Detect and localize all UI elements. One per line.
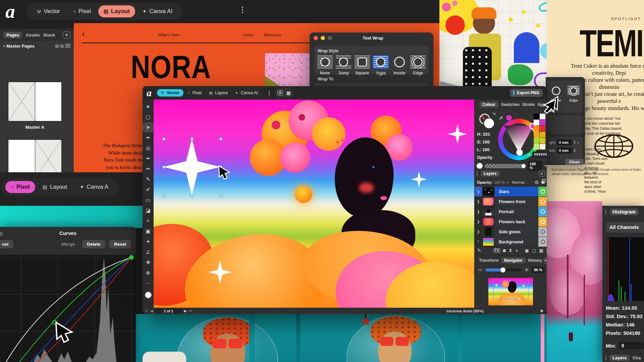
wrap-style-jump[interactable]: Jump xyxy=(334,56,353,75)
gear-icon[interactable]: ⚙ xyxy=(534,180,539,185)
delete-page-icon[interactable]: ⌧ xyxy=(65,43,70,49)
zoom-slider[interactable] xyxy=(485,268,522,272)
swatch[interactable] xyxy=(540,138,545,143)
delete-layer-icon[interactable]: ⌧ xyxy=(546,248,547,253)
zoom-value[interactable]: 86 % xyxy=(532,267,545,273)
swatch[interactable] xyxy=(534,138,539,143)
grid-view-icon[interactable]: ▦ xyxy=(286,90,290,96)
tool-more[interactable]: ⋯ xyxy=(143,279,154,288)
layer-row-flowers-back[interactable]: ❯ Flowers back xyxy=(475,217,547,227)
swatch[interactable] xyxy=(534,114,539,119)
layer-row-portrait[interactable]: ❯ Portrait xyxy=(475,207,547,217)
navigator-viewport[interactable] xyxy=(493,280,529,299)
channel-select[interactable]: All Channels xyxy=(606,222,644,233)
tab-channels[interactable]: Cha xyxy=(633,355,641,360)
tool-transform[interactable]: ▢ xyxy=(143,113,154,121)
overflow-menu-icon[interactable]: ⋮ xyxy=(239,5,246,14)
visibility-toggle[interactable] xyxy=(538,187,547,196)
opacity-slider-knob[interactable] xyxy=(521,163,526,169)
tool-pen[interactable]: ✒ xyxy=(143,154,154,163)
page-indicator[interactable]: 1 of 1 xyxy=(155,309,182,313)
tool-star[interactable]: ✦ xyxy=(143,237,154,246)
tool-rectangle[interactable]: ▭ xyxy=(143,196,154,204)
tool-measure[interactable]: ∠ xyxy=(143,248,154,256)
swatch[interactable] xyxy=(534,120,539,125)
opacity-swatch[interactable] xyxy=(477,163,483,169)
tab-pixel[interactable]: ◔Pixel xyxy=(184,89,205,97)
tool-mesh-warp[interactable]: ⌗ xyxy=(143,217,154,225)
visibility-toggle[interactable] xyxy=(538,207,547,217)
reset-button[interactable]: Reset xyxy=(109,240,131,248)
favorite-icon[interactable]: ✱ xyxy=(540,309,543,313)
adjustment-layer-icon[interactable]: ⧗ xyxy=(509,248,512,253)
curves-graph[interactable] xyxy=(0,255,136,362)
sl-selector[interactable] xyxy=(516,149,523,156)
tab-colour[interactable]: Colour xyxy=(479,102,498,108)
expand-chevron-icon[interactable]: ❯ xyxy=(475,197,482,206)
visibility-toggle[interactable] xyxy=(538,227,547,237)
tool-shape[interactable]: ◪ xyxy=(143,206,154,215)
tab-stock[interactable]: Stock xyxy=(43,33,55,38)
master-a-spread[interactable] xyxy=(8,82,62,121)
tab-layers[interactable]: Layers xyxy=(609,355,630,361)
tab-pages[interactable]: Pages xyxy=(3,32,22,38)
panel-chevron-icon[interactable]: ∨ xyxy=(63,32,70,39)
chevron-down-icon[interactable]: ▼ xyxy=(544,164,547,168)
tool-pencil[interactable]: ✏ xyxy=(143,165,154,173)
last-page-icon[interactable]: ⇥ xyxy=(189,309,192,313)
layer-opacity-value[interactable]: 100 % xyxy=(494,180,505,184)
pattern-layer-icon[interactable]: ▦ xyxy=(539,248,543,253)
duplicate-page-icon[interactable]: ⧉ xyxy=(60,43,64,49)
edit-mask-icon[interactable]: ✎ xyxy=(477,248,481,253)
ai-select-icon[interactable]: A xyxy=(277,90,283,96)
tab-canva-ai[interactable]: ✦Canva A xyxy=(74,181,114,193)
merge-button[interactable]: Merge xyxy=(58,240,78,248)
swatch[interactable] xyxy=(534,126,539,131)
preset-button[interactable]: set xyxy=(0,240,13,248)
visibility-toggle[interactable] xyxy=(538,197,547,206)
swatch[interactable] xyxy=(540,120,545,125)
tool-hand[interactable]: ✥ xyxy=(143,258,154,267)
visibility-toggle[interactable] xyxy=(538,237,547,247)
swap-colors-icon[interactable]: ↷ xyxy=(492,112,496,117)
expand-chevron-icon[interactable]: ❯ xyxy=(475,207,482,217)
wrap-style-edge[interactable]: Edge xyxy=(565,86,582,102)
zoom-in-button[interactable]: + xyxy=(524,267,529,273)
stepper-icon[interactable]: ▲▼ xyxy=(573,148,576,153)
tool-select[interactable]: ➤ xyxy=(143,102,154,111)
minimize-window-icon[interactable] xyxy=(321,36,325,40)
tab-history[interactable]: History xyxy=(528,258,542,263)
panel-chevron-icon[interactable]: ∨ xyxy=(539,171,545,177)
tab-layout[interactable]: ▤Layout xyxy=(98,5,135,17)
zoom-window-icon[interactable] xyxy=(328,36,332,40)
zoom-out-button[interactable]: − xyxy=(477,267,483,273)
wrap-style-square[interactable]: Square xyxy=(353,56,372,75)
layer-row-background[interactable]: ⠿ Background xyxy=(475,237,547,247)
link-dimensions-icon[interactable]: ⌁ xyxy=(577,140,580,145)
tool-zoom[interactable]: ⊕ xyxy=(143,268,154,277)
tab-pixel[interactable]: ◔Pixel xyxy=(5,181,35,193)
expand-chevron-icon[interactable]: ❯ xyxy=(475,227,482,237)
layer-row-side-glows[interactable]: ❯ Side glows xyxy=(475,227,547,237)
tab-vector[interactable]: ΨVector xyxy=(157,89,183,97)
swatch[interactable] xyxy=(540,144,545,149)
tool-node[interactable]: ✒ xyxy=(143,133,154,142)
tab-transform[interactable]: Transform xyxy=(479,258,499,263)
new-image-icon[interactable]: ▣ xyxy=(525,248,529,253)
distance-bottom-value[interactable]: 4 mm xyxy=(557,147,572,154)
expand-chevron-icon[interactable]: ❯ xyxy=(475,187,482,196)
lock-icon[interactable] xyxy=(541,181,545,184)
layer-row-stars[interactable]: ❯ Stars xyxy=(475,187,547,197)
tool-paint-brush[interactable]: ✐ xyxy=(143,185,154,194)
wrap-style-tight[interactable]: Tight xyxy=(372,55,390,76)
wrap-style-inside[interactable]: Inside xyxy=(390,56,409,75)
tab-stroke[interactable]: Stroke xyxy=(522,102,535,107)
close-button[interactable]: Close xyxy=(565,159,584,165)
close-window-icon[interactable] xyxy=(314,36,318,40)
tab-vector[interactable]: ΨVector xyxy=(32,5,65,17)
blend-stepper-icon[interactable]: ↕ xyxy=(526,181,528,184)
wrap-style-edge[interactable]: Edge xyxy=(409,56,428,75)
prev-page-icon[interactable]: ◀ xyxy=(150,309,153,313)
zoom-slider-knob[interactable] xyxy=(500,267,505,273)
mask-layer-icon[interactable]: ◙ xyxy=(503,248,506,253)
